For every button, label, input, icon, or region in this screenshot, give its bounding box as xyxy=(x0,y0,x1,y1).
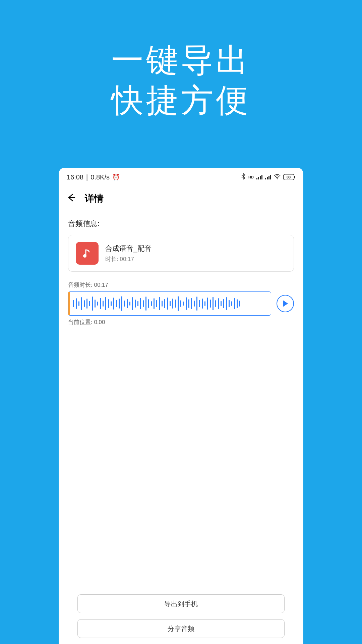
app-header: 详情 xyxy=(59,186,303,211)
share-button[interactable]: 分享音频 xyxy=(77,619,285,638)
signal-icon-2 xyxy=(265,173,271,181)
bluetooth-icon xyxy=(241,173,246,181)
waveform-display[interactable] xyxy=(68,291,271,316)
signal-hd-icon: HD xyxy=(248,175,254,179)
svg-point-8 xyxy=(277,178,278,179)
promo-banner: 一键导出 快捷方便 xyxy=(0,0,362,121)
page-title: 详情 xyxy=(85,192,104,205)
svg-rect-4 xyxy=(265,178,266,179)
status-time: 16:08 xyxy=(67,173,83,181)
export-button[interactable]: 导出到手机 xyxy=(77,594,285,613)
promo-line-1: 一键导出 xyxy=(0,40,362,80)
svg-rect-3 xyxy=(261,175,262,179)
svg-rect-1 xyxy=(258,177,259,179)
play-button[interactable] xyxy=(277,295,294,312)
phone-frame: 16:08 | 0.8K/s ⏰ HD 83 xyxy=(59,168,303,644)
svg-rect-10 xyxy=(294,176,295,178)
music-note-icon xyxy=(76,242,99,265)
svg-rect-0 xyxy=(256,178,257,179)
play-icon xyxy=(282,300,289,307)
status-speed: 0.8K/s xyxy=(90,173,110,181)
waveform-position-label: 当前位置: 0.00 xyxy=(68,318,294,326)
audio-title: 合成语音_配音 xyxy=(105,244,152,253)
promo-line-2: 快捷方便 xyxy=(0,80,362,121)
svg-text:83: 83 xyxy=(287,175,291,179)
wifi-icon xyxy=(274,173,281,181)
svg-rect-6 xyxy=(268,176,269,179)
status-bar: 16:08 | 0.8K/s ⏰ HD 83 xyxy=(59,168,303,186)
waveform-duration-label: 音频时长: 00:17 xyxy=(68,281,294,289)
signal-icon xyxy=(256,173,262,181)
alarm-icon: ⏰ xyxy=(112,173,120,181)
battery-icon: 83 xyxy=(283,174,295,180)
section-label: 音频信息: xyxy=(68,219,294,229)
audio-duration: 时长: 00:17 xyxy=(105,255,152,263)
svg-rect-5 xyxy=(267,177,268,179)
svg-rect-7 xyxy=(270,175,271,179)
svg-rect-2 xyxy=(260,176,261,179)
audio-info-card[interactable]: 合成语音_配音 时长: 00:17 xyxy=(68,235,294,272)
waveform-cursor[interactable] xyxy=(68,292,70,315)
svg-point-12 xyxy=(83,254,86,258)
back-arrow-icon[interactable] xyxy=(67,193,75,204)
